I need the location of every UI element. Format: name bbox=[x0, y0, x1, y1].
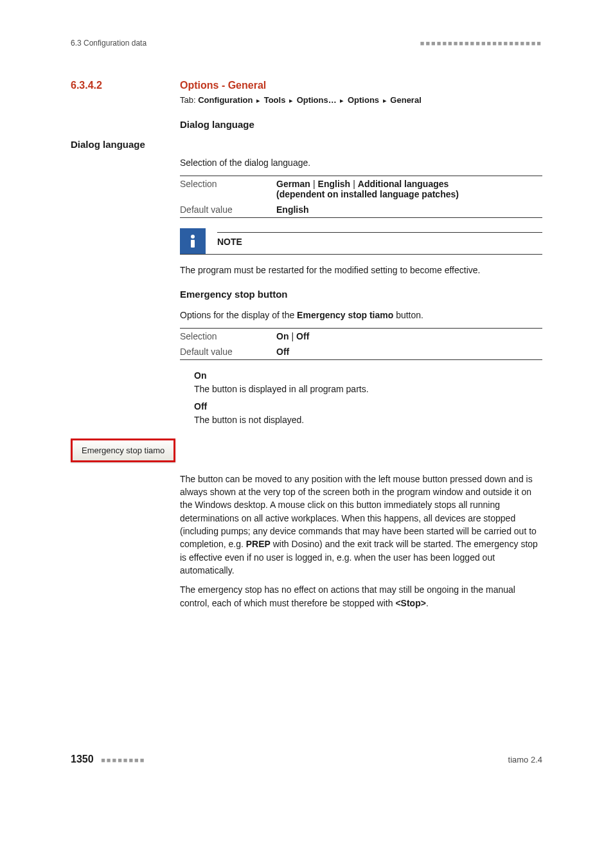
tab-sep-icon: ▸ bbox=[340, 96, 344, 104]
table-row: Selection German|English|Additional lang… bbox=[180, 176, 542, 202]
info-icon bbox=[180, 228, 206, 254]
dialog-language-heading: Dialog language bbox=[180, 119, 542, 130]
section-number: 6.3.4.2 bbox=[71, 80, 180, 91]
emergency-table: Selection On|Off Default value Off bbox=[180, 328, 542, 360]
dialog-language-desc: Selection of the dialog language. bbox=[180, 156, 542, 169]
sel-opt-0: German bbox=[276, 179, 310, 189]
emergency-intro: Options for the display of the Emergency… bbox=[180, 309, 542, 321]
emergency-body-1: The button can be moved to any position … bbox=[180, 473, 542, 577]
table-row: Default value English bbox=[180, 202, 542, 217]
running-header: 6.3 Configuration data ■■■■■■■■■■■■■■■■■… bbox=[71, 39, 542, 48]
emergency-stop-button[interactable]: Emergency stop tiamo bbox=[71, 439, 175, 462]
tab-part-0: Configuration bbox=[198, 95, 253, 105]
emergency-body1-bold: PREP bbox=[246, 539, 271, 549]
tab-part-2: Options… bbox=[297, 95, 337, 105]
svg-point-0 bbox=[191, 235, 195, 239]
emergency-body1-pre: The button can be moved to any position … bbox=[180, 474, 537, 549]
tab-part-4: General bbox=[390, 95, 421, 105]
sel-opt-0: On bbox=[276, 331, 289, 341]
section-heading: 6.3.4.2 Options - General bbox=[71, 80, 542, 91]
selection-value: German|English|Additional languages (dep… bbox=[276, 179, 459, 199]
emergency-stop-heading: Emergency stop button bbox=[180, 289, 542, 300]
svg-rect-1 bbox=[191, 240, 195, 248]
section-title: Options - General bbox=[180, 80, 266, 91]
footer-dots: ■■■■■■■■ bbox=[101, 756, 145, 764]
sel-opt-2: Additional languages bbox=[358, 179, 449, 189]
emergency-body2-bold: <Stop> bbox=[395, 598, 425, 608]
sel-paren: (dependent on installed language patches… bbox=[276, 189, 459, 199]
note-box: NOTE The program must be restarted for t… bbox=[180, 228, 542, 276]
default-value: English bbox=[276, 204, 309, 215]
tab-part-3: Options bbox=[348, 95, 379, 105]
opt-on-name: On bbox=[194, 369, 542, 383]
runhead-dots: ■■■■■■■■■■■■■■■■■■■■■■ bbox=[420, 39, 542, 47]
note-body: The program must be restarted for the mo… bbox=[180, 264, 542, 276]
opt-off-desc: The button is not displayed. bbox=[194, 413, 542, 427]
note-label: NOTE bbox=[217, 232, 542, 251]
default-label: Default value bbox=[180, 347, 276, 357]
emergency-body2-pre: The emergency stop has no effect on acti… bbox=[180, 584, 515, 608]
emergency-intro-bold: Emergency stop tiamo bbox=[297, 310, 393, 320]
opt-on-desc: The button is displayed in all program p… bbox=[194, 383, 542, 396]
runhead-left: 6.3 Configuration data bbox=[71, 39, 147, 48]
emergency-intro-post: button. bbox=[393, 310, 423, 320]
sel-opt-1: Off bbox=[296, 331, 309, 341]
option-list: On The button is displayed in all progra… bbox=[194, 369, 542, 427]
dialog-language-table: Selection German|English|Additional lang… bbox=[180, 176, 542, 218]
tab-path: Tab: Configuration ▸ Tools ▸ Options… ▸ … bbox=[180, 95, 542, 105]
emergency-intro-pre: Options for the display of the bbox=[180, 310, 297, 320]
product-name: tiamo 2.4 bbox=[508, 755, 542, 764]
selection-value: On|Off bbox=[276, 331, 309, 341]
tab-part-1: Tools bbox=[264, 95, 286, 105]
sel-opt-1: English bbox=[318, 179, 351, 189]
tab-sep-icon: ▸ bbox=[289, 96, 293, 104]
selection-label: Selection bbox=[180, 331, 276, 341]
tab-prefix: Tab: bbox=[180, 95, 196, 105]
tab-sep-icon: ▸ bbox=[256, 96, 260, 104]
tab-sep-icon: ▸ bbox=[383, 96, 387, 104]
emergency-body2-post: . bbox=[426, 598, 429, 608]
page-number: 1350 bbox=[71, 754, 94, 764]
table-row: Selection On|Off bbox=[180, 329, 542, 344]
emergency-body-2: The emergency stop has no effect on acti… bbox=[180, 583, 542, 610]
opt-off-name: Off bbox=[194, 400, 542, 413]
selection-label: Selection bbox=[180, 179, 276, 199]
dialog-language-side-label: Dialog language bbox=[71, 139, 180, 150]
default-value: Off bbox=[276, 347, 289, 357]
table-row: Default value Off bbox=[180, 344, 542, 359]
page-footer: 1350 ■■■■■■■■ tiamo 2.4 bbox=[71, 754, 542, 765]
default-label: Default value bbox=[180, 204, 276, 215]
